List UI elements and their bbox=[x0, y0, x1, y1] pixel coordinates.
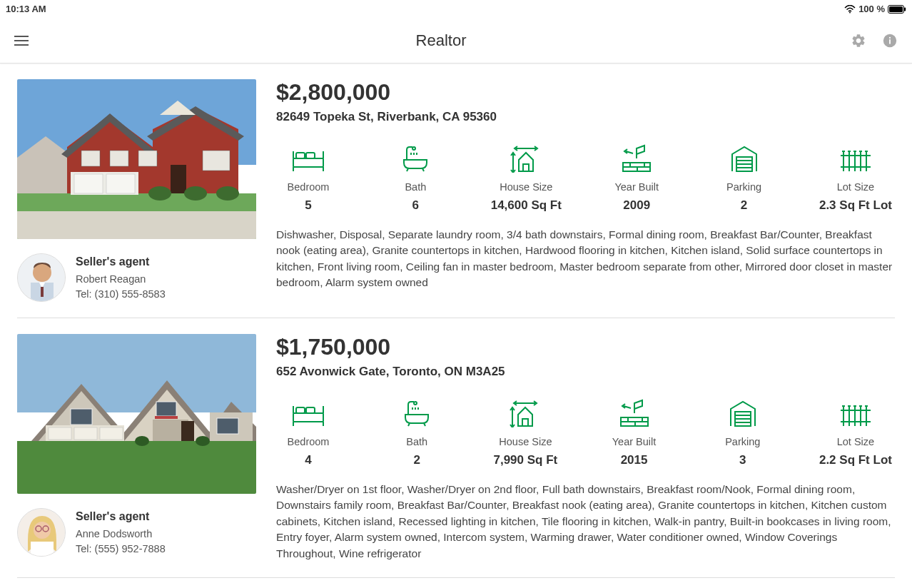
stat-house-size: House Size 7,990 Sq Ft bbox=[493, 399, 557, 467]
stat-value: 2015 bbox=[621, 453, 648, 467]
stat-value: 2009 bbox=[623, 198, 650, 213]
listing-stats: Bedroom 4 Bath 2 House Size 7,990 Sq Ft … bbox=[276, 399, 895, 467]
svg-rect-18 bbox=[203, 151, 230, 171]
listing-details: $1,750,000 652 Avonwick Gate, Toronto, O… bbox=[276, 334, 895, 562]
listing-address: 82649 Topeka St, Riverbank, CA 95360 bbox=[276, 110, 895, 124]
svg-rect-9 bbox=[17, 211, 256, 239]
listing-description: Washer/Dryer on 1st floor, Washer/Dryer … bbox=[276, 482, 895, 562]
svg-point-6 bbox=[889, 36, 891, 38]
stat-parking: Parking 2 bbox=[712, 144, 776, 213]
stat-house-size: House Size 14,600 Sq Ft bbox=[491, 144, 562, 213]
hamburger-menu-icon[interactable] bbox=[14, 32, 31, 49]
wifi-icon bbox=[844, 5, 856, 14]
agent-name: Anne Dodsworth bbox=[76, 527, 166, 541]
svg-rect-22 bbox=[106, 174, 135, 193]
listing-details: $2,800,000 82649 Topeka St, Riverbank, C… bbox=[276, 79, 895, 302]
stat-value: 2.3 Sq Ft Lot bbox=[819, 198, 892, 213]
stat-value: 14,600 Sq Ft bbox=[491, 198, 562, 213]
stat-label: House Size bbox=[500, 181, 552, 193]
bath-icon bbox=[402, 399, 431, 427]
stat-label: Year Built bbox=[614, 181, 659, 193]
listing-item: Seller's agent Anne Dodsworth Tel: (555)… bbox=[17, 334, 895, 578]
listing-item: Seller's agent Robert Reagan Tel: (310) … bbox=[17, 79, 895, 318]
agent-block: Seller's agent Anne Dodsworth Tel: (555)… bbox=[17, 508, 256, 557]
stat-year-built: Year Built 2009 bbox=[604, 144, 669, 213]
svg-rect-2 bbox=[889, 6, 903, 12]
svg-rect-39 bbox=[17, 441, 256, 494]
agent-role: Seller's agent bbox=[76, 509, 166, 524]
svg-rect-21 bbox=[74, 174, 103, 193]
stat-value: 6 bbox=[412, 198, 419, 213]
svg-rect-31 bbox=[293, 158, 323, 167]
stat-bedroom: Bedroom 4 bbox=[276, 399, 340, 467]
status-right: 100 % bbox=[844, 4, 906, 14]
stat-value: 2.2 Sq Ft Lot bbox=[819, 453, 892, 467]
status-time: 10:13 AM bbox=[6, 4, 46, 14]
status-bar: 10:13 AM 100 % bbox=[0, 0, 912, 18]
agent-role: Seller's agent bbox=[76, 254, 166, 270]
svg-rect-3 bbox=[904, 7, 906, 11]
svg-rect-51 bbox=[181, 421, 194, 441]
stat-value: 7,990 Sq Ft bbox=[493, 453, 557, 467]
stat-label: Parking bbox=[726, 181, 761, 193]
svg-rect-54 bbox=[74, 427, 97, 440]
stat-bedroom: Bedroom 5 bbox=[276, 144, 340, 213]
agent-info: Seller's agent Anne Dodsworth Tel: (555)… bbox=[76, 509, 166, 556]
stat-label: Bedroom bbox=[288, 436, 330, 447]
svg-rect-33 bbox=[306, 153, 315, 158]
svg-rect-16 bbox=[110, 151, 128, 166]
agent-info: Seller's agent Robert Reagan Tel: (310) … bbox=[76, 254, 166, 301]
parking-icon bbox=[729, 144, 759, 173]
battery-icon bbox=[888, 5, 906, 14]
svg-rect-5 bbox=[889, 39, 891, 44]
stat-value: 2 bbox=[741, 198, 747, 213]
info-icon[interactable] bbox=[882, 33, 898, 49]
svg-rect-50 bbox=[155, 416, 178, 419]
stat-label: Year Built bbox=[612, 436, 657, 447]
svg-rect-30 bbox=[41, 287, 44, 297]
year-built-icon bbox=[620, 144, 653, 173]
stat-label: Bath bbox=[406, 436, 427, 447]
listing-description: Dishwasher, Disposal, Separate laundry r… bbox=[276, 227, 895, 291]
svg-rect-65 bbox=[306, 407, 315, 413]
bed-icon bbox=[292, 144, 325, 173]
svg-rect-53 bbox=[49, 427, 71, 440]
listing-price: $1,750,000 bbox=[276, 334, 895, 360]
listing-price: $2,800,000 bbox=[276, 79, 895, 106]
svg-point-0 bbox=[849, 11, 851, 13]
stat-value: 3 bbox=[739, 453, 746, 467]
app-actions bbox=[851, 33, 898, 49]
house-photo[interactable] bbox=[17, 334, 256, 494]
lot-size-icon bbox=[839, 399, 872, 427]
year-built-icon bbox=[618, 399, 651, 427]
stat-value: 4 bbox=[305, 453, 311, 467]
battery-percent: 100 % bbox=[858, 4, 885, 14]
stat-label: Bedroom bbox=[288, 181, 330, 193]
stat-label: Bath bbox=[405, 181, 426, 193]
stat-bath: Bath 6 bbox=[383, 144, 447, 213]
app-bar: Realtor bbox=[0, 18, 912, 64]
listing-stats: Bedroom 5 Bath 6 House Size 14,600 Sq Ft… bbox=[276, 144, 895, 213]
listings-scroll[interactable]: Seller's agent Robert Reagan Tel: (310) … bbox=[0, 64, 912, 588]
house-size-icon bbox=[508, 399, 542, 427]
svg-point-23 bbox=[148, 186, 171, 201]
svg-point-34 bbox=[412, 147, 415, 150]
agent-avatar[interactable] bbox=[17, 508, 66, 557]
lot-size-icon bbox=[839, 144, 872, 173]
svg-rect-48 bbox=[156, 402, 176, 416]
agent-avatar[interactable] bbox=[17, 253, 66, 302]
gear-icon[interactable] bbox=[851, 33, 866, 49]
stat-parking: Parking 3 bbox=[711, 399, 775, 467]
svg-rect-15 bbox=[81, 151, 100, 166]
house-photo[interactable] bbox=[17, 79, 256, 239]
svg-rect-38 bbox=[17, 334, 256, 412]
svg-rect-62 bbox=[31, 542, 54, 557]
agent-name: Robert Reagan bbox=[76, 272, 166, 286]
app-title: Realtor bbox=[31, 31, 851, 50]
svg-point-56 bbox=[135, 436, 149, 446]
agent-block: Seller's agent Robert Reagan Tel: (310) … bbox=[17, 253, 256, 302]
svg-rect-19 bbox=[171, 165, 186, 193]
house-size-icon bbox=[509, 144, 543, 173]
listing-media: Seller's agent Robert Reagan Tel: (310) … bbox=[17, 79, 256, 302]
svg-rect-64 bbox=[296, 407, 305, 413]
